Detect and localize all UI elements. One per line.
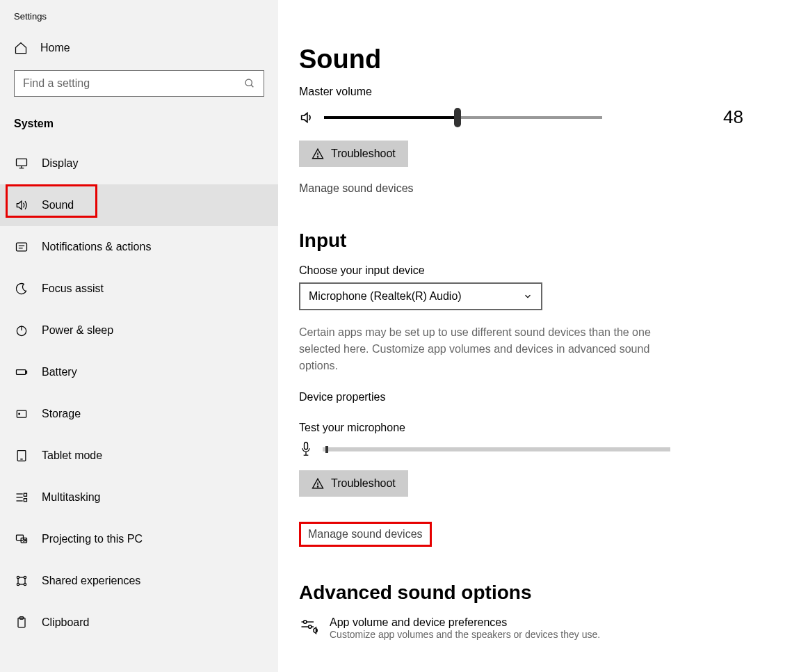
speaker-icon[interactable] [299, 110, 314, 125]
multitask-icon [14, 490, 29, 505]
sidebar-item-shared-experiences[interactable]: Shared experiences [0, 560, 278, 602]
volume-value: 48 [723, 106, 757, 128]
app-volume-row[interactable]: App volume and device preferences Custom… [299, 616, 757, 640]
svg-point-42 [304, 621, 307, 623]
input-description: Certain apps may be set up to use differ… [299, 324, 688, 374]
sidebar-item-label: Shared experiences [42, 575, 140, 587]
warning-icon [312, 147, 324, 160]
sidebar-item-label: Multitasking [42, 491, 100, 504]
sidebar-item-label: Sound [42, 199, 74, 211]
sidebar-item-projecting-to-this-pc[interactable]: Projecting to this PC [0, 518, 278, 560]
mic-test-row [299, 441, 757, 458]
sidebar-item-label: Storage [42, 408, 81, 420]
svg-rect-36 [305, 442, 308, 449]
sidebar-item-tablet-mode[interactable]: Tablet mode [0, 435, 278, 477]
home-nav[interactable]: Home [0, 35, 278, 61]
svg-point-0 [245, 79, 252, 86]
home-label: Home [40, 42, 70, 54]
sidebar-item-clipboard[interactable]: Clipboard [0, 602, 278, 643]
volume-row: 48 [299, 106, 757, 128]
search-icon [244, 78, 255, 89]
sidebar-item-sound[interactable]: Sound [0, 184, 278, 226]
choose-input-label: Choose your input device [299, 264, 757, 277]
search-box[interactable] [14, 70, 264, 97]
advanced-section-title: Advanced sound options [299, 582, 757, 604]
sidebar-item-power-sleep[interactable]: Power & sleep [0, 310, 278, 351]
troubleshoot-label: Troubleshoot [331, 147, 396, 160]
sidebar-item-label: Battery [42, 366, 77, 378]
sidebar-item-multitasking[interactable]: Multitasking [0, 477, 278, 518]
svg-line-1 [251, 85, 253, 87]
svg-point-24 [17, 576, 19, 578]
sidebar-item-label: Power & sleep [42, 324, 113, 337]
troubleshoot-input-button[interactable]: Troubleshoot [299, 470, 408, 497]
mic-level-bar [323, 447, 670, 451]
sidebar-item-label: Projecting to this PC [42, 533, 143, 545]
device-properties-link[interactable]: Device properties [299, 391, 386, 403]
battery-icon [14, 365, 29, 380]
nav-list: DisplaySoundNotifications & actionsFocus… [0, 143, 278, 643]
svg-point-26 [17, 583, 19, 585]
sidebar-item-label: Focus assist [42, 282, 104, 295]
manage-sound-devices-link-2[interactable]: Manage sound devices [308, 528, 423, 541]
clipboard-icon [14, 615, 29, 630]
notification-icon [14, 239, 29, 255]
sidebar-item-storage[interactable]: Storage [0, 393, 278, 435]
search-input[interactable] [23, 77, 244, 90]
chevron-down-icon [523, 291, 533, 301]
project-icon [14, 531, 29, 547]
sidebar-item-battery[interactable]: Battery [0, 351, 278, 393]
sidebar-section-label: System [0, 112, 278, 143]
warning-icon [312, 477, 324, 490]
svg-rect-20 [24, 499, 26, 502]
home-icon [14, 41, 28, 55]
input-device-dropdown[interactable]: Microphone (Realtek(R) Audio) [299, 282, 542, 310]
svg-point-44 [309, 625, 312, 628]
highlight-manage-devices: Manage sound devices [299, 522, 432, 547]
sidebar-item-notifications-actions[interactable]: Notifications & actions [0, 226, 278, 268]
master-volume-label: Master volume [299, 86, 757, 98]
power-icon [14, 323, 29, 338]
sidebar: Settings Home System DisplaySoundNotific… [0, 0, 278, 672]
storage-icon [14, 406, 29, 422]
sidebar-item-label: Clipboard [42, 616, 89, 629]
monitor-icon [14, 156, 29, 171]
svg-rect-10 [17, 370, 26, 375]
input-device-selected: Microphone (Realtek(R) Audio) [309, 290, 462, 303]
moon-icon [14, 281, 29, 296]
troubleshoot-label: Troubleshoot [331, 477, 396, 490]
sidebar-item-display[interactable]: Display [0, 143, 278, 184]
svg-rect-11 [26, 371, 27, 373]
sidebar-item-focus-assist[interactable]: Focus assist [0, 268, 278, 310]
tablet-icon [14, 448, 29, 463]
svg-point-40 [317, 486, 318, 487]
svg-point-27 [24, 583, 26, 585]
main-content: Sound Master volume 48 Troubleshoot Mana… [278, 0, 792, 672]
svg-rect-19 [24, 493, 26, 496]
sidebar-item-label: Tablet mode [42, 449, 102, 462]
sidebar-item-label: Display [42, 157, 78, 170]
input-section-title: Input [299, 230, 757, 252]
microphone-icon [299, 441, 313, 458]
mixer-icon [299, 616, 318, 640]
test-mic-label: Test your microphone [299, 422, 757, 434]
svg-point-13 [19, 413, 20, 415]
app-volume-title: App volume and device preferences [330, 616, 600, 629]
share-icon [14, 573, 29, 589]
svg-point-25 [24, 576, 26, 578]
manage-sound-devices-link[interactable]: Manage sound devices [299, 182, 414, 195]
sidebar-item-label: Notifications & actions [42, 241, 151, 253]
svg-point-35 [317, 157, 318, 157]
sound-icon [14, 198, 29, 213]
app-volume-desc: Customize app volumes and the speakers o… [330, 629, 600, 640]
window-title: Settings [0, 8, 278, 35]
svg-rect-2 [17, 159, 27, 166]
volume-slider[interactable] [324, 116, 602, 119]
troubleshoot-output-button[interactable]: Troubleshoot [299, 141, 408, 167]
page-title: Sound [299, 45, 757, 74]
svg-rect-5 [17, 243, 27, 251]
